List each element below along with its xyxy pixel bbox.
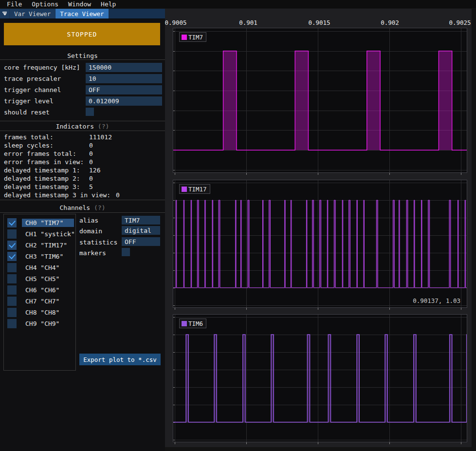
channel-row-ch4[interactable]: CH4 "CH4" (7, 263, 75, 272)
menu-file[interactable]: File (2, 0, 27, 8)
export-csv-button[interactable]: Export plot to *.csv (79, 354, 161, 365)
indicator-value: 0 (116, 191, 120, 199)
setting-row-trigger-level: trigger level (0, 96, 165, 106)
channel-row-ch2[interactable]: CH2 "TIM17" (7, 241, 75, 250)
plot-tim6[interactable]: TIM6 (173, 314, 467, 445)
channel-checkbox-ch9[interactable] (7, 319, 17, 328)
indicator-value: 126 (89, 167, 100, 174)
indicator-label: frames total: (4, 133, 54, 141)
trigger-level-input[interactable] (86, 96, 162, 106)
legend-tim17[interactable]: TIM17 (179, 184, 210, 194)
x-tick-label: 0.901 (239, 19, 257, 26)
channel-label-ch5[interactable]: CH5 "CH5" (22, 275, 74, 283)
plot-panel: 0.9005 0.901 0.9015 0.902 0.9025 TIM7 TI… (165, 9, 476, 451)
channel-row-ch3[interactable]: CH3 "TIM6" (7, 252, 75, 261)
channel-checkbox-ch0[interactable] (7, 218, 17, 227)
channel-row-ch0[interactable]: CH0 "TIM7" (7, 218, 75, 227)
indicator-label: sleep cycles: (4, 142, 54, 149)
channel-label-ch9[interactable]: CH9 "CH9" (22, 319, 74, 328)
channel-checkbox-ch4[interactable] (7, 263, 17, 272)
statistics-label: statistics (79, 239, 117, 246)
channel-label-ch1[interactable]: CH1 "systick" (22, 230, 74, 238)
waveform-canvas-tim17[interactable] (173, 180, 467, 310)
legend-tim6[interactable]: TIM6 (179, 319, 206, 328)
indicator-value: 5 (89, 183, 93, 190)
setting-row-trigger-channel: trigger channel (0, 85, 165, 94)
channel-checkbox-ch5[interactable] (7, 274, 17, 283)
channel-row-ch8[interactable]: CH8 "CH8" (7, 308, 75, 317)
trigger-channel-label: trigger channel (4, 86, 61, 94)
indicator-row-4: delayed timestamp 1:126 (0, 167, 165, 175)
tab-var-viewer[interactable]: Var Viewer (10, 9, 55, 19)
trace-prescaler-input[interactable] (86, 74, 162, 83)
x-tick-label: 0.9025 (449, 19, 471, 26)
should-reset-checkbox[interactable] (86, 108, 94, 116)
waveform-canvas-tim7[interactable] (173, 28, 467, 175)
panel-rim (165, 447, 476, 451)
indicator-label: delayed timestamp 3 in view: (4, 191, 110, 199)
menu-window[interactable]: Window (63, 0, 96, 8)
markers-checkbox[interactable] (122, 248, 130, 256)
x-tick-label: 0.9005 (165, 19, 187, 26)
acquisition-state-button[interactable]: STOPPED (4, 23, 160, 45)
tab-list-arrow-bar-icon (2, 12, 7, 13)
indicator-row-2: error frames total:0 (0, 150, 165, 158)
legend-swatch-tim7 (182, 35, 187, 40)
plot-tim17[interactable]: TIM17 0.90137, 1.03 (173, 180, 467, 310)
channel-row-ch5[interactable]: CH5 "CH5" (7, 274, 75, 283)
tab-trace-viewer[interactable]: Trace Viewer (55, 9, 108, 19)
channel-checkbox-ch6[interactable] (7, 285, 17, 295)
alias-input[interactable] (122, 216, 160, 225)
menu-options[interactable]: Options (27, 0, 63, 8)
legend-label-tim17: TIM17 (188, 187, 207, 192)
channel-checkbox-ch8[interactable] (7, 308, 17, 317)
x-tick-label: 0.9015 (308, 19, 330, 26)
channel-label-ch7[interactable]: CH7 "CH7" (22, 297, 74, 305)
channel-label-ch3[interactable]: CH3 "TIM6" (22, 252, 74, 261)
legend-tim7[interactable]: TIM7 (179, 32, 206, 42)
channel-checkbox-ch3[interactable] (7, 252, 17, 261)
statistics-combo[interactable] (122, 237, 160, 246)
separator (0, 131, 165, 131)
indicator-label: delayed timestamp 3: (4, 183, 80, 190)
markers-label: markers (79, 249, 106, 257)
plot-tim7[interactable]: TIM7 (173, 28, 467, 175)
channel-label-ch6[interactable]: CH6 "CH6" (22, 286, 74, 294)
channel-checkbox-ch1[interactable] (7, 229, 17, 239)
domain-combo[interactable] (122, 226, 160, 235)
menu-help[interactable]: Help (96, 0, 121, 8)
indicator-value: 0 (89, 175, 93, 182)
channel-row-ch1[interactable]: CH1 "systick" (7, 229, 75, 239)
indicators-header: Indicators (?) (0, 123, 165, 130)
trace-prescaler-label: trace prescaler (4, 75, 61, 82)
channel-label-ch8[interactable]: CH8 "CH8" (22, 308, 74, 317)
channel-label-ch4[interactable]: CH4 "CH4" (22, 263, 74, 272)
setting-row-trace-prescaler: trace prescaler (0, 74, 165, 83)
separator (0, 121, 165, 121)
channel-row-ch6[interactable]: CH6 "CH6" (7, 285, 75, 295)
separator (0, 212, 165, 213)
indicator-row-7: delayed timestamp 3 in view:0 (0, 191, 165, 200)
channel-row-ch7[interactable]: CH7 "CH7" (7, 297, 75, 306)
x-tick-label: 0.902 (381, 19, 399, 26)
trigger-channel-combo[interactable] (86, 85, 162, 94)
indicator-row-3: error frames in view:0 (0, 158, 165, 167)
indicator-value: 0 (89, 150, 93, 157)
channel-label-ch0[interactable]: CH0 "TIM7" (22, 219, 74, 227)
core-frequency-input[interactable] (86, 63, 162, 72)
tab-list-button[interactable] (0, 9, 9, 19)
channel-checkbox-ch7[interactable] (7, 297, 17, 306)
help-icon[interactable]: (?) (98, 123, 109, 130)
tab-trace-viewer-label: Trace Viewer (60, 10, 104, 18)
indicator-label: error frames in view: (4, 158, 84, 166)
channel-checkbox-ch2[interactable] (7, 241, 17, 250)
separator (0, 59, 165, 60)
setting-row-should-reset: should reset (0, 108, 165, 117)
channel-label-ch2[interactable]: CH2 "TIM17" (22, 241, 74, 249)
should-reset-label: should reset (4, 109, 50, 116)
help-icon[interactable]: (?) (94, 204, 105, 211)
channel-row-ch9[interactable]: CH9 "CH9" (7, 319, 75, 328)
indicator-row-5: delayed timestamp 2:0 (0, 175, 165, 183)
channel-list[interactable]: CH0 "TIM7"CH1 "systick"CH2 "TIM17"CH3 "T… (3, 214, 76, 371)
waveform-canvas-tim6[interactable] (173, 314, 467, 445)
